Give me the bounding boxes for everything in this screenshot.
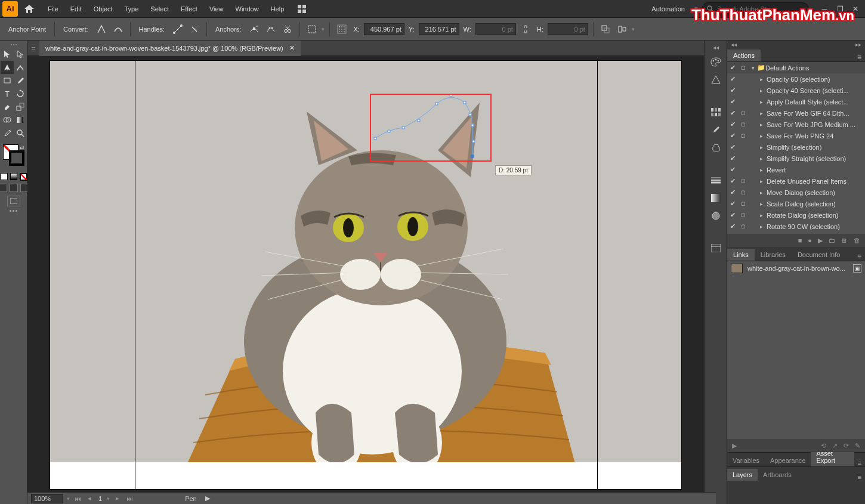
- action-check-icon[interactable]: ✔: [727, 86, 738, 94]
- action-row[interactable]: ✔▸Simplify (selection): [727, 141, 865, 153]
- symbols-panel-icon[interactable]: [708, 141, 724, 155]
- actions-set-expand-icon[interactable]: ▾: [749, 65, 757, 71]
- gradient-panel-icon[interactable]: [708, 191, 724, 205]
- action-expand-icon[interactable]: ▸: [757, 224, 765, 230]
- action-row[interactable]: ✔▢▸Scale Dialog (selection): [727, 198, 865, 209]
- action-row[interactable]: ✔▢▸Move Dialog (selection): [727, 187, 865, 198]
- panel-collapse-right-icon[interactable]: ▸▸: [855, 41, 861, 48]
- action-check-icon[interactable]: ✔: [727, 143, 738, 151]
- color-mode-gradient[interactable]: [10, 173, 17, 180]
- tab-actions[interactable]: Actions: [727, 50, 761, 61]
- tab-artboards[interactable]: Artboards: [758, 469, 797, 481]
- action-expand-icon[interactable]: ▸: [757, 99, 765, 105]
- actions-stop-icon[interactable]: ■: [798, 237, 802, 244]
- type-tool[interactable]: T: [1, 87, 14, 100]
- menu-type[interactable]: Type: [119, 0, 145, 18]
- w-input[interactable]: 0 pt: [475, 23, 516, 35]
- action-check-icon[interactable]: ✔: [727, 132, 738, 140]
- action-row[interactable]: ✔▸Revert: [727, 164, 865, 175]
- menu-edit[interactable]: Edit: [64, 0, 88, 18]
- link-item-row[interactable]: white-and-gray-cat-in-brown-wo... ▣: [727, 261, 865, 276]
- action-check-icon[interactable]: ✔: [727, 222, 738, 230]
- status-menu-icon[interactable]: ▶: [205, 494, 210, 502]
- artboard-next-icon[interactable]: ▸: [113, 494, 122, 503]
- menu-window[interactable]: Window: [230, 0, 265, 18]
- tab-links[interactable]: Links: [727, 249, 755, 261]
- dock-collapse-icon[interactable]: ◂◂: [713, 44, 719, 51]
- tab-libraries[interactable]: Libraries: [755, 249, 792, 261]
- artboard-last-icon[interactable]: ⏭: [125, 494, 134, 503]
- links-goto-icon[interactable]: ↗: [832, 442, 838, 450]
- x-input[interactable]: 450.967 pt: [364, 23, 404, 35]
- align-to-pixel-icon[interactable]: [305, 22, 319, 36]
- actions-newset-icon[interactable]: 🗀: [829, 237, 835, 244]
- action-dialog-icon[interactable]: ▢: [738, 212, 749, 218]
- tab-appearance[interactable]: Appearance: [765, 454, 811, 466]
- handles-show-icon[interactable]: [171, 22, 185, 36]
- swatches-panel-icon[interactable]: [708, 105, 724, 119]
- actions-set-row[interactable]: ✔ ▢ ▾ 📁 Default Actions: [727, 62, 865, 73]
- arrange-documents-icon[interactable]: [294, 1, 310, 17]
- action-row[interactable]: ✔▢▸Save For Web JPG Medium ...: [727, 119, 865, 130]
- action-dialog-icon[interactable]: ▢: [738, 122, 749, 127]
- isolate-icon[interactable]: [598, 22, 613, 36]
- color-mode-none[interactable]: [20, 173, 27, 180]
- action-check-icon[interactable]: ✔: [727, 211, 738, 219]
- transparency-panel-icon[interactable]: [708, 209, 724, 223]
- action-expand-icon[interactable]: ▸: [757, 201, 765, 207]
- action-check-icon[interactable]: ✔: [727, 75, 738, 83]
- tab-document-info[interactable]: Document Info: [792, 249, 847, 261]
- action-check-icon[interactable]: ✔: [727, 166, 738, 174]
- action-check-icon[interactable]: ✔: [727, 64, 738, 72]
- color-mode-solid[interactable]: [1, 173, 8, 180]
- rotate-tool[interactable]: [14, 87, 27, 100]
- y-input[interactable]: 216.571 pt: [419, 23, 459, 35]
- action-dialog-icon[interactable]: ▢: [738, 65, 749, 70]
- links-panel-menu-icon[interactable]: ≡: [854, 252, 865, 261]
- artboard-first-icon[interactable]: ⏮: [73, 494, 82, 503]
- color-panel-icon[interactable]: [708, 55, 724, 69]
- action-row[interactable]: ✔▸Opacity 60 (selection): [727, 73, 865, 85]
- action-dialog-icon[interactable]: ▢: [738, 110, 749, 116]
- swap-fill-stroke-icon[interactable]: ⇄: [20, 144, 24, 150]
- action-row[interactable]: ✔▸Opacity 40 Screen (selecti...: [727, 85, 865, 96]
- action-row[interactable]: ✔▸Apply Default Style (select...: [727, 96, 865, 107]
- direct-selection-tool[interactable]: [14, 48, 27, 61]
- handles-hide-icon[interactable]: [187, 22, 202, 36]
- home-icon[interactable]: [23, 2, 36, 16]
- actions-record-icon[interactable]: ●: [808, 237, 812, 244]
- action-expand-icon[interactable]: ▸: [757, 190, 765, 196]
- asset-export-menu-icon[interactable]: ≡: [854, 459, 865, 466]
- draw-normal-icon[interactable]: [0, 184, 7, 192]
- scale-tool[interactable]: [14, 100, 27, 113]
- actions-panel-menu-icon[interactable]: ≡: [854, 53, 865, 61]
- canvas[interactable]: D: 20.59 pt: [50, 61, 681, 489]
- shape-builder-tool[interactable]: [1, 113, 14, 126]
- action-check-icon[interactable]: ✔: [727, 177, 738, 185]
- action-row[interactable]: ✔▸Simplify Straight (selection): [727, 153, 865, 164]
- tab-variables[interactable]: Variables: [727, 454, 765, 466]
- stroke-panel-icon[interactable]: [708, 173, 724, 187]
- action-row[interactable]: ✔▢▸Save For Web PNG 24: [727, 130, 865, 141]
- action-check-icon[interactable]: ✔: [727, 98, 738, 106]
- panel-collapse-left-icon[interactable]: ◂◂: [731, 41, 737, 48]
- action-expand-icon[interactable]: ▸: [757, 122, 765, 128]
- action-row[interactable]: ✔▢▸Delete Unused Panel Items: [727, 175, 865, 187]
- action-expand-icon[interactable]: ▸: [757, 156, 765, 162]
- canvas-viewport[interactable]: D: 20.59 pt: [27, 56, 704, 504]
- menu-file[interactable]: File: [42, 0, 64, 18]
- document-tab[interactable]: white-and-gray-cat-in-brown-woven-basket…: [39, 41, 301, 56]
- menu-help[interactable]: Help: [265, 0, 291, 18]
- edit-toolbar-icon[interactable]: [10, 210, 17, 212]
- menu-automation[interactable]: Automation: [645, 0, 691, 18]
- paintbrush-tool[interactable]: [14, 74, 27, 87]
- artboard-prev-icon[interactable]: ◂: [85, 494, 94, 503]
- action-expand-icon[interactable]: ▸: [757, 212, 765, 218]
- rectangle-tool[interactable]: [1, 74, 14, 87]
- eyedropper-tool[interactable]: [1, 126, 14, 140]
- zoom-input[interactable]: 100%: [31, 494, 63, 503]
- action-check-icon[interactable]: ✔: [727, 188, 738, 196]
- layers-menu-icon[interactable]: ≡: [854, 474, 865, 481]
- h-input[interactable]: 0 pt: [548, 23, 588, 35]
- brushes-panel-icon[interactable]: [708, 123, 724, 137]
